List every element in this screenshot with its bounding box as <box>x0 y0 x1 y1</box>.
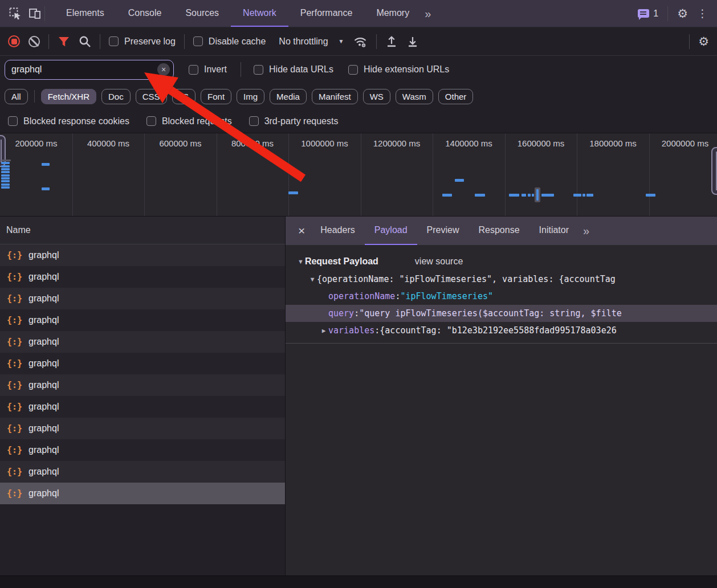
more-panels-icon[interactable]: » <box>421 8 434 19</box>
filter-input[interactable] <box>5 60 174 80</box>
timeline-request-bar[interactable] <box>1 183 10 186</box>
request-payload-section-header[interactable]: ▼ Request Payload view source <box>286 252 717 271</box>
table-row[interactable]: {:}graphql <box>0 266 285 288</box>
table-row[interactable]: {:}graphql <box>0 439 285 461</box>
type-chip-font[interactable]: Font <box>201 89 231 104</box>
type-chip-doc[interactable]: Doc <box>101 89 131 104</box>
timeline-right-grip[interactable] <box>711 147 717 195</box>
timeline-request-bar[interactable] <box>522 194 526 197</box>
disable-cache-checkbox[interactable] <box>193 36 203 46</box>
preserve-log-toggle[interactable]: Preserve log <box>109 36 176 47</box>
tab-memory[interactable]: Memory <box>364 0 421 27</box>
timeline-request-bar[interactable] <box>288 191 298 194</box>
hide-extension-urls-toggle[interactable]: Hide extension URLs <box>348 64 449 75</box>
timeline-request-bar[interactable] <box>1 186 10 189</box>
timeline-request-bar[interactable] <box>1 165 10 168</box>
network-conditions-icon[interactable] <box>353 35 368 48</box>
details-tab-preview[interactable]: Preview <box>417 217 469 245</box>
hide-data-urls-toggle[interactable]: Hide data URLs <box>254 64 333 75</box>
tab-elements[interactable]: Elements <box>54 0 116 27</box>
timeline-request-bar[interactable] <box>532 194 534 197</box>
payload-line[interactable]: operationName: "ipFlowTimeseries" <box>286 288 717 305</box>
table-row[interactable]: {:}graphql <box>0 396 285 418</box>
blocked-requests-checkbox[interactable] <box>146 116 156 126</box>
throttling-dropdown[interactable]: No throttling ▼ <box>279 36 344 47</box>
tab-sources[interactable]: Sources <box>173 0 231 27</box>
blocked-cookies-checkbox[interactable] <box>8 116 18 126</box>
issues-counter[interactable]: 1 <box>638 9 658 19</box>
timeline-request-bar[interactable] <box>1 174 10 177</box>
timeline-request-bar[interactable] <box>42 187 50 190</box>
timeline-request-bar[interactable] <box>646 194 655 197</box>
timeline-request-bar[interactable] <box>455 179 464 182</box>
table-row[interactable]: {:}graphql <box>0 244 285 266</box>
kebab-menu-icon[interactable]: ⋮ <box>697 8 708 19</box>
third-party-toggle[interactable]: 3rd-party requests <box>249 116 339 126</box>
settings-gear-icon[interactable]: ⚙ <box>677 7 688 19</box>
blocked-cookies-toggle[interactable]: Blocked response cookies <box>8 116 129 126</box>
table-row[interactable]: {:}graphql <box>0 309 285 331</box>
record-network-log-button[interactable] <box>8 35 20 47</box>
type-chip-css[interactable]: CSS <box>136 89 167 104</box>
import-har-icon[interactable] <box>385 35 398 48</box>
view-source-link[interactable]: view source <box>415 256 463 267</box>
timeline-request-bar[interactable] <box>586 194 593 197</box>
type-chip-js[interactable]: JS <box>172 89 196 104</box>
details-tab-initiator[interactable]: Initiator <box>529 217 579 245</box>
hide-extension-urls-checkbox[interactable] <box>348 65 358 75</box>
clear-filter-icon[interactable]: × <box>157 63 170 76</box>
table-row[interactable]: {:}graphql <box>0 353 285 374</box>
table-row[interactable]: {:}graphql <box>0 461 285 483</box>
blocked-requests-toggle[interactable]: Blocked requests <box>146 116 232 126</box>
timeline-selected-marker[interactable] <box>535 187 540 202</box>
timeline-request-bar[interactable] <box>442 194 452 197</box>
timeline-request-bar[interactable] <box>475 194 485 197</box>
payload-line[interactable]: ▶variables: {accountTag: "b12e3b2192ee55… <box>286 322 717 339</box>
type-chip-media[interactable]: Media <box>270 89 307 104</box>
network-overview-timeline[interactable]: 200000 ms400000 ms600000 ms800000 ms1000… <box>0 133 717 217</box>
timeline-request-bar[interactable] <box>1 177 10 179</box>
timeline-request-bar[interactable] <box>1 171 10 173</box>
timeline-request-bar[interactable] <box>541 194 554 197</box>
timeline-request-bar[interactable] <box>573 194 581 197</box>
timeline-request-bar[interactable] <box>1 180 10 182</box>
type-chip-ws[interactable]: WS <box>363 89 390 104</box>
hide-data-urls-checkbox[interactable] <box>254 65 263 75</box>
export-har-icon[interactable] <box>406 35 419 48</box>
tab-network[interactable]: Network <box>231 0 288 27</box>
payload-line[interactable]: query: "query ipFlowTimeseries($accountT… <box>286 305 717 322</box>
timeline-request-bar[interactable] <box>528 194 531 197</box>
preserve-log-checkbox[interactable] <box>109 36 119 46</box>
timeline-request-bar[interactable] <box>1 162 10 164</box>
type-chip-fetchxhr[interactable]: Fetch/XHR <box>41 89 96 104</box>
type-chip-manifest[interactable]: Manifest <box>312 89 358 104</box>
details-tab-headers[interactable]: Headers <box>311 217 364 245</box>
name-column-header[interactable]: Name <box>0 217 285 244</box>
third-party-checkbox[interactable] <box>249 116 259 126</box>
type-chip-wasm[interactable]: Wasm <box>396 89 433 104</box>
type-chip-img[interactable]: Img <box>237 89 264 104</box>
tab-console[interactable]: Console <box>116 0 174 27</box>
search-icon[interactable] <box>79 35 91 48</box>
disable-cache-toggle[interactable]: Disable cache <box>193 36 266 47</box>
inspect-element-icon[interactable] <box>6 4 25 23</box>
type-chip-all[interactable]: All <box>5 89 28 104</box>
clear-network-log-icon[interactable] <box>28 36 40 47</box>
close-details-icon[interactable]: × <box>292 224 311 238</box>
collapse-triangle-icon[interactable]: ▼ <box>298 258 304 265</box>
timeline-request-bar[interactable] <box>1 160 11 161</box>
payload-line[interactable]: ▼{operationName: "ipFlowTimeseries", var… <box>286 271 717 288</box>
tab-performance[interactable]: Performance <box>288 0 365 27</box>
network-settings-gear-icon[interactable]: ⚙ <box>698 35 709 47</box>
timeline-request-bar[interactable] <box>42 163 50 166</box>
tree-arrow-icon[interactable]: ▶ <box>319 327 328 334</box>
table-row[interactable]: {:}graphql <box>0 483 285 504</box>
timeline-request-bar[interactable] <box>1 168 10 170</box>
timeline-request-bar[interactable] <box>509 194 519 197</box>
invert-toggle[interactable]: Invert <box>189 64 227 75</box>
details-tab-payload[interactable]: Payload <box>365 217 417 245</box>
filter-funnel-icon[interactable] <box>58 35 70 48</box>
details-tab-response[interactable]: Response <box>469 217 529 245</box>
timeline-request-bar[interactable] <box>582 194 585 197</box>
table-row[interactable]: {:}graphql <box>0 374 285 396</box>
